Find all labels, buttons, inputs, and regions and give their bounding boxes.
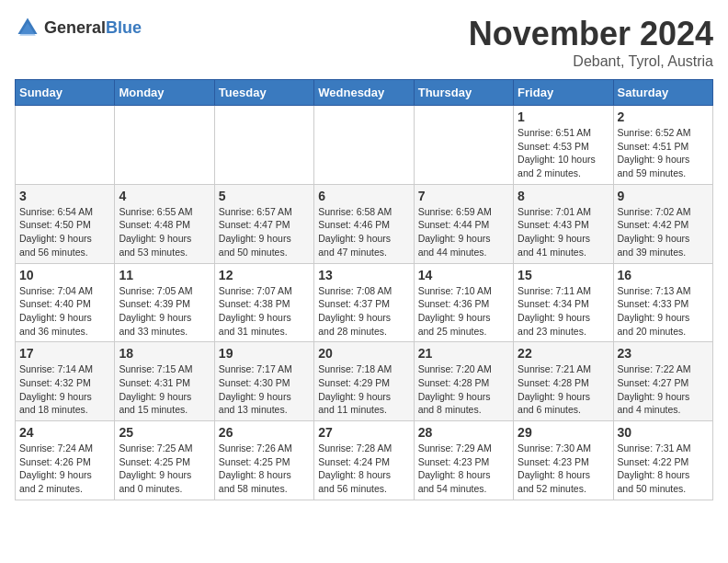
day-info-2: Sunrise: 6:52 AM Sunset: 4:51 PM Dayligh… <box>618 126 709 180</box>
cell-3-2: 11Sunrise: 7:05 AM Sunset: 4:39 PM Dayli… <box>115 263 214 342</box>
day-number-20: 20 <box>318 346 409 361</box>
cell-3-5: 14Sunrise: 7:10 AM Sunset: 4:36 PM Dayli… <box>414 263 513 342</box>
logo: GeneralBlue <box>15 15 142 40</box>
cell-1-3 <box>214 106 313 185</box>
day-info-4: Sunrise: 6:55 AM Sunset: 4:48 PM Dayligh… <box>119 205 210 259</box>
header-wednesday: Wednesday <box>314 80 414 106</box>
calendar-table: Sunday Monday Tuesday Wednesday Thursday… <box>15 79 713 500</box>
day-info-29: Sunrise: 7:30 AM Sunset: 4:23 PM Dayligh… <box>518 442 609 496</box>
day-info-15: Sunrise: 7:11 AM Sunset: 4:34 PM Dayligh… <box>518 284 609 339</box>
day-info-23: Sunrise: 7:22 AM Sunset: 4:27 PM Dayligh… <box>618 362 709 417</box>
logo-text: GeneralBlue <box>44 18 142 38</box>
day-info-13: Sunrise: 7:08 AM Sunset: 4:37 PM Dayligh… <box>318 284 409 339</box>
day-number-18: 18 <box>119 346 210 361</box>
logo-blue: Blue <box>106 18 142 37</box>
day-number-24: 24 <box>19 425 110 440</box>
header-thursday: Thursday <box>414 80 513 106</box>
day-info-5: Sunrise: 6:57 AM Sunset: 4:47 PM Dayligh… <box>219 205 310 259</box>
cell-4-5: 21Sunrise: 7:20 AM Sunset: 4:28 PM Dayli… <box>414 342 513 421</box>
day-number-14: 14 <box>418 268 509 282</box>
cell-4-7: 23Sunrise: 7:22 AM Sunset: 4:27 PM Dayli… <box>613 342 712 421</box>
day-number-5: 5 <box>219 189 310 203</box>
day-info-14: Sunrise: 7:10 AM Sunset: 4:36 PM Dayligh… <box>418 284 509 339</box>
day-number-22: 22 <box>518 346 609 361</box>
day-number-3: 3 <box>19 189 110 203</box>
day-info-10: Sunrise: 7:04 AM Sunset: 4:40 PM Dayligh… <box>19 284 110 339</box>
day-number-21: 21 <box>418 346 509 361</box>
day-info-11: Sunrise: 7:05 AM Sunset: 4:39 PM Dayligh… <box>119 284 210 339</box>
day-info-28: Sunrise: 7:29 AM Sunset: 4:23 PM Dayligh… <box>418 442 509 496</box>
day-number-12: 12 <box>219 268 310 282</box>
day-number-10: 10 <box>19 268 110 282</box>
day-number-16: 16 <box>618 268 709 282</box>
day-number-4: 4 <box>119 189 210 203</box>
cell-5-4: 27Sunrise: 7:28 AM Sunset: 4:24 PM Dayli… <box>314 421 414 500</box>
cell-5-6: 29Sunrise: 7:30 AM Sunset: 4:23 PM Dayli… <box>514 421 613 500</box>
calendar-header: Sunday Monday Tuesday Wednesday Thursday… <box>16 80 713 106</box>
day-info-16: Sunrise: 7:13 AM Sunset: 4:33 PM Dayligh… <box>618 284 709 339</box>
day-info-7: Sunrise: 6:59 AM Sunset: 4:44 PM Dayligh… <box>418 205 509 259</box>
cell-5-3: 26Sunrise: 7:26 AM Sunset: 4:25 PM Dayli… <box>214 421 313 500</box>
cell-1-6: 1Sunrise: 6:51 AM Sunset: 4:53 PM Daylig… <box>514 106 613 185</box>
day-info-3: Sunrise: 6:54 AM Sunset: 4:50 PM Dayligh… <box>19 205 110 259</box>
day-number-19: 19 <box>219 346 310 361</box>
day-number-27: 27 <box>318 425 409 440</box>
day-number-17: 17 <box>19 346 110 361</box>
day-number-1: 1 <box>518 109 609 124</box>
weekday-row: Sunday Monday Tuesday Wednesday Thursday… <box>16 80 713 106</box>
cell-3-4: 13Sunrise: 7:08 AM Sunset: 4:37 PM Dayli… <box>314 263 414 342</box>
cell-3-1: 10Sunrise: 7:04 AM Sunset: 4:40 PM Dayli… <box>16 263 115 342</box>
day-number-28: 28 <box>418 425 509 440</box>
day-info-9: Sunrise: 7:02 AM Sunset: 4:42 PM Dayligh… <box>618 205 709 259</box>
day-number-23: 23 <box>618 346 709 361</box>
day-number-6: 6 <box>318 189 409 203</box>
day-info-19: Sunrise: 7:17 AM Sunset: 4:30 PM Dayligh… <box>219 362 310 417</box>
header-tuesday: Tuesday <box>214 80 313 106</box>
day-number-13: 13 <box>318 268 409 282</box>
cell-2-1: 3Sunrise: 6:54 AM Sunset: 4:50 PM Daylig… <box>16 184 115 263</box>
day-number-29: 29 <box>518 425 609 440</box>
cell-4-4: 20Sunrise: 7:18 AM Sunset: 4:29 PM Dayli… <box>314 342 414 421</box>
day-number-9: 9 <box>618 189 709 203</box>
day-info-22: Sunrise: 7:21 AM Sunset: 4:28 PM Dayligh… <box>518 362 609 417</box>
day-info-20: Sunrise: 7:18 AM Sunset: 4:29 PM Dayligh… <box>318 362 409 417</box>
day-number-11: 11 <box>119 268 210 282</box>
cell-2-6: 8Sunrise: 7:01 AM Sunset: 4:43 PM Daylig… <box>514 184 613 263</box>
week-row-4: 17Sunrise: 7:14 AM Sunset: 4:32 PM Dayli… <box>16 342 713 421</box>
cell-1-5 <box>414 106 513 185</box>
cell-1-1 <box>16 106 115 185</box>
cell-1-4 <box>314 106 414 185</box>
month-title: November 2024 <box>469 15 713 53</box>
day-info-21: Sunrise: 7:20 AM Sunset: 4:28 PM Dayligh… <box>418 362 509 417</box>
day-info-30: Sunrise: 7:31 AM Sunset: 4:22 PM Dayligh… <box>618 442 709 496</box>
cell-5-7: 30Sunrise: 7:31 AM Sunset: 4:22 PM Dayli… <box>613 421 712 500</box>
day-info-24: Sunrise: 7:24 AM Sunset: 4:26 PM Dayligh… <box>19 442 110 496</box>
cell-5-1: 24Sunrise: 7:24 AM Sunset: 4:26 PM Dayli… <box>16 421 115 500</box>
logo-general: General <box>44 18 106 37</box>
cell-4-1: 17Sunrise: 7:14 AM Sunset: 4:32 PM Dayli… <box>16 342 115 421</box>
day-info-17: Sunrise: 7:14 AM Sunset: 4:32 PM Dayligh… <box>19 362 110 417</box>
cell-5-2: 25Sunrise: 7:25 AM Sunset: 4:25 PM Dayli… <box>115 421 214 500</box>
header-sunday: Sunday <box>16 80 115 106</box>
day-number-7: 7 <box>418 189 509 203</box>
header-saturday: Saturday <box>613 80 712 106</box>
week-row-2: 3Sunrise: 6:54 AM Sunset: 4:50 PM Daylig… <box>16 184 713 263</box>
cell-3-3: 12Sunrise: 7:07 AM Sunset: 4:38 PM Dayli… <box>214 263 313 342</box>
logo-icon <box>15 15 40 40</box>
day-info-8: Sunrise: 7:01 AM Sunset: 4:43 PM Dayligh… <box>518 205 609 259</box>
cell-1-2 <box>115 106 214 185</box>
title-area: November 2024 Debant, Tyrol, Austria <box>469 15 713 70</box>
week-row-3: 10Sunrise: 7:04 AM Sunset: 4:40 PM Dayli… <box>16 263 713 342</box>
day-info-26: Sunrise: 7:26 AM Sunset: 4:25 PM Dayligh… <box>219 442 310 496</box>
cell-2-3: 5Sunrise: 6:57 AM Sunset: 4:47 PM Daylig… <box>214 184 313 263</box>
cell-2-2: 4Sunrise: 6:55 AM Sunset: 4:48 PM Daylig… <box>115 184 214 263</box>
day-info-25: Sunrise: 7:25 AM Sunset: 4:25 PM Dayligh… <box>119 442 210 496</box>
cell-2-4: 6Sunrise: 6:58 AM Sunset: 4:46 PM Daylig… <box>314 184 414 263</box>
location-title: Debant, Tyrol, Austria <box>469 53 713 70</box>
day-info-12: Sunrise: 7:07 AM Sunset: 4:38 PM Dayligh… <box>219 284 310 339</box>
day-info-6: Sunrise: 6:58 AM Sunset: 4:46 PM Dayligh… <box>318 205 409 259</box>
day-number-25: 25 <box>119 425 210 440</box>
calendar-body: 1Sunrise: 6:51 AM Sunset: 4:53 PM Daylig… <box>16 106 713 500</box>
week-row-1: 1Sunrise: 6:51 AM Sunset: 4:53 PM Daylig… <box>16 106 713 185</box>
week-row-5: 24Sunrise: 7:24 AM Sunset: 4:26 PM Dayli… <box>16 421 713 500</box>
